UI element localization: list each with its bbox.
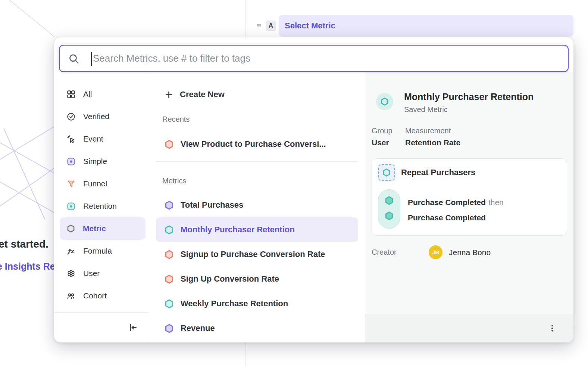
hexagon-teal-icon (384, 196, 394, 205)
sidebar-item-label: Formula (83, 246, 112, 255)
metric-item-weekly-purchase-retention[interactable]: Weekly Purchase Retention (156, 291, 358, 316)
step-1: Purchase Completedthen (408, 195, 504, 210)
hexagon-teal-icon (384, 211, 394, 221)
event-sequence-pill (378, 189, 400, 229)
definition-flow: Purchase Completedthen Purchase Complete… (378, 189, 561, 229)
grid-icon (66, 90, 76, 99)
metric-type-badge (376, 93, 393, 110)
list-divider (156, 161, 358, 162)
sidebar-item-funnel[interactable]: Funnel (60, 173, 146, 195)
sidebar-item-label: Funnel (83, 179, 107, 188)
drag-handle-icon[interactable] (256, 22, 263, 29)
sidebar-item-event[interactable]: Event (60, 128, 146, 150)
group-value: User (372, 138, 405, 147)
sidebar-item-label: Metric (83, 224, 106, 233)
detail-footer (365, 314, 573, 342)
metrics-heading: Metrics (162, 176, 358, 186)
background-partial-link[interactable]: e Insights Re (0, 261, 55, 272)
collapse-sidebar-button[interactable] (126, 321, 139, 334)
group-label: Group (372, 127, 405, 135)
metric-list-column: Create New Recents View Product to Purch… (149, 72, 365, 342)
metric-letter-badge[interactable]: A (266, 21, 276, 31)
measurement-label: Measurement (405, 127, 567, 135)
detail-meta: Group Measurement User Retention Rate (372, 127, 567, 147)
sidebar-item-metric[interactable]: Metric (60, 217, 146, 240)
definition-steps: Purchase Completedthen Purchase Complete… (408, 189, 504, 229)
page: et started. e Insights Re A Select Metri… (0, 0, 588, 366)
detail-title: Monthly Purchaser Retention (404, 92, 534, 102)
event-cursor-icon (66, 134, 76, 144)
background-diagonal-line (0, 0, 60, 39)
recents-heading: Recents (162, 114, 358, 124)
kebab-menu-icon (548, 324, 557, 333)
create-new-button[interactable]: Create New (156, 83, 358, 106)
metric-hexagon-icon (66, 224, 75, 233)
sidebar-item-label: All (83, 90, 92, 99)
recent-metric-label: View Product to Purchase Conversi... (181, 139, 326, 149)
creator-row: Creator JB Jenna Bono (372, 245, 567, 259)
metric-picker-modal: All Verified Event (54, 37, 573, 342)
hexagon-teal-icon (164, 299, 174, 309)
more-options-button[interactable] (546, 322, 559, 335)
metric-item-sign-up-conversion-rate[interactable]: Sign Up Conversion Rate (156, 267, 358, 291)
search-field[interactable] (59, 45, 569, 72)
step-1-event: Purchase Completed (408, 198, 486, 207)
detail-header: Monthly Purchaser Retention Saved Metric (372, 93, 567, 114)
metric-item-label: Monthly Purchaser Retention (181, 225, 295, 235)
sidebar-item-label: Retention (83, 202, 117, 211)
funnel-icon (66, 179, 76, 189)
measurement-value: Retention Rate (405, 138, 567, 147)
creator-avatar: JB (429, 245, 442, 259)
sidebar-item-label: Event (83, 134, 103, 143)
metric-item-signup-to-purchase-conversion-rate[interactable]: Signup to Purchase Conversion Rate (156, 242, 358, 267)
hexagon-teal-icon (380, 97, 389, 106)
metric-item-label: Signup to Purchase Conversion Rate (181, 249, 325, 259)
detail-subtitle: Saved Metric (404, 105, 534, 114)
metric-detail-panel: Monthly Purchaser Retention Saved Metric… (365, 72, 573, 342)
svg-text:ƒx: ƒx (67, 248, 75, 255)
sidebar-item-user[interactable]: User (60, 262, 146, 285)
create-new-label: Create New (180, 90, 225, 99)
sidebar-item-simple[interactable]: Simple (60, 150, 146, 173)
select-metric-label: Select Metric (285, 21, 335, 31)
sidebar-item-retention[interactable]: Retention (60, 195, 146, 217)
retention-square-icon (66, 202, 76, 211)
step-2: Purchase Completed (408, 210, 504, 225)
category-sidebar: All Verified Event (54, 72, 149, 342)
creator-label: Creator (372, 248, 429, 257)
metric-item-total-purchases[interactable]: Total Purchases (156, 193, 358, 217)
simple-square-icon (66, 157, 76, 166)
sidebar-item-label: Cohort (83, 291, 107, 300)
sidebar-item-label: Simple (83, 157, 107, 166)
search-area (54, 37, 573, 72)
metric-item-monthly-purchaser-retention[interactable]: Monthly Purchaser Retention (156, 217, 358, 242)
metric-item-label: Sign Up Conversion Rate (181, 274, 279, 284)
recent-metric-item[interactable]: View Product to Purchase Conversi... (156, 132, 358, 156)
sidebar-item-all[interactable]: All (60, 83, 146, 105)
search-input[interactable] (60, 46, 568, 71)
hexagon-teal-icon (382, 168, 391, 177)
metric-item-revenue[interactable]: Revenue (156, 316, 358, 341)
metric-item-label: Weekly Purchase Retention (181, 299, 288, 308)
sidebar-item-formula[interactable]: ƒx Formula (60, 240, 146, 262)
detail-content: Monthly Purchaser Retention Saved Metric… (365, 72, 573, 314)
metric-query-row: A Select Metric (255, 15, 573, 37)
step-2-event: Purchase Completed (408, 213, 486, 222)
category-list: All Verified Event (54, 72, 149, 312)
definition-name: Repeat Purchasers (401, 168, 475, 177)
definition-header: Repeat Purchasers (378, 164, 561, 181)
hexagon-purple-icon (164, 200, 174, 210)
sidebar-item-cohort[interactable]: Cohort (60, 285, 146, 307)
hexagon-purple-icon (164, 323, 174, 334)
step-connector: then (488, 198, 504, 207)
user-flower-icon (66, 269, 76, 278)
metric-item-label: Total Purchases (181, 200, 243, 210)
verified-icon (66, 112, 76, 121)
saved-metric-dashed-icon (378, 164, 395, 181)
creator-name: Jenna Bono (449, 248, 491, 257)
formula-icon: ƒx (66, 246, 76, 256)
select-metric-button[interactable]: Select Metric (279, 15, 573, 37)
collapse-left-icon (128, 323, 138, 332)
metric-rows: Total Purchases Monthly Purchaser Retent… (156, 193, 358, 341)
sidebar-item-verified[interactable]: Verified (60, 105, 146, 128)
